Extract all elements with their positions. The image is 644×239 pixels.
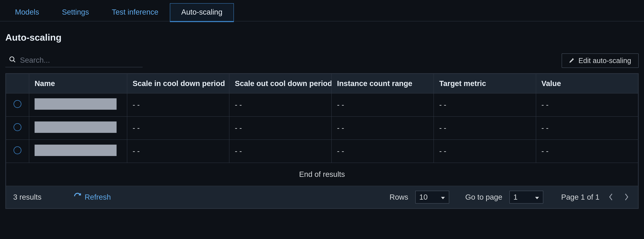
table-row: - - - - - - - - - - (6, 140, 638, 163)
cell-range: - - (332, 116, 434, 140)
name-redacted (34, 98, 116, 110)
end-of-results-row: End of results (6, 163, 638, 186)
cell-range: - - (332, 93, 434, 116)
table-container: Name Scale in cool down period Scale out… (5, 73, 639, 209)
chevron-left-icon (608, 199, 613, 202)
tab-bar: Models Settings Test inference Auto-scal… (0, 0, 644, 21)
search-input[interactable] (20, 56, 139, 64)
next-page-button[interactable] (622, 192, 631, 203)
tab-auto-scaling[interactable]: Auto-scaling (170, 3, 234, 21)
column-scale-in: Scale in cool down period (127, 74, 229, 93)
cell-value: - - (536, 93, 638, 116)
cell-scale-in: - - (127, 116, 229, 140)
column-scale-out: Scale out cool down period (229, 74, 331, 93)
cell-value: - - (536, 140, 638, 163)
cell-scale-out: - - (229, 140, 331, 163)
column-target-metric: Target metric (434, 74, 536, 93)
edit-auto-scaling-button[interactable]: Edit auto-scaling (562, 53, 639, 68)
caret-down-icon (440, 193, 445, 202)
pencil-icon (569, 57, 575, 65)
end-of-results-text: End of results (6, 163, 638, 186)
tab-models[interactable]: Models (4, 3, 50, 21)
cell-scale-out: - - (229, 93, 331, 116)
row-select-radio[interactable] (14, 100, 22, 108)
table-footer: 3 results Refresh Rows 10 Go to page 1 P… (6, 186, 638, 209)
row-select-radio[interactable] (14, 123, 22, 131)
caret-down-icon (535, 193, 539, 202)
row-select-radio[interactable] (14, 146, 22, 154)
cell-scale-in: - - (127, 93, 229, 116)
chevron-right-icon (624, 199, 629, 202)
edit-button-label: Edit auto-scaling (578, 57, 631, 65)
name-redacted (34, 121, 116, 133)
search-icon (9, 56, 16, 64)
search-box[interactable] (5, 54, 142, 67)
cell-value: - - (536, 116, 638, 140)
svg-point-0 (10, 57, 14, 61)
page-title: Auto-scaling (0, 32, 644, 53)
rows-per-page-select[interactable]: 10 (415, 191, 449, 204)
cell-metric: - - (434, 93, 536, 116)
refresh-label: Refresh (85, 193, 111, 202)
cell-scale-out: - - (229, 116, 331, 140)
table-row: - - - - - - - - - - (6, 93, 638, 116)
cell-range: - - (332, 140, 434, 163)
cell-metric: - - (434, 140, 536, 163)
name-redacted (34, 145, 116, 156)
column-select (6, 74, 29, 93)
svg-line-1 (13, 60, 15, 62)
column-instance-range: Instance count range (332, 74, 434, 93)
tab-settings[interactable]: Settings (50, 3, 100, 21)
rows-label: Rows (390, 193, 408, 202)
go-to-page-select[interactable]: 1 (510, 191, 543, 204)
column-name: Name (29, 74, 127, 93)
auto-scaling-table: Name Scale in cool down period Scale out… (6, 74, 638, 186)
rows-value: 10 (419, 193, 428, 202)
results-count: 3 results (13, 193, 42, 202)
svg-marker-3 (535, 197, 539, 199)
table-header-row: Name Scale in cool down period Scale out… (6, 74, 638, 93)
toolbar: Edit auto-scaling (0, 53, 644, 73)
tab-test-inference[interactable]: Test inference (100, 3, 170, 21)
cell-metric: - - (434, 116, 536, 140)
table-row: - - - - - - - - - - (6, 116, 638, 140)
column-value: Value (536, 74, 638, 93)
page-indicator: Page 1 of 1 (561, 193, 600, 202)
refresh-button[interactable]: Refresh (74, 192, 111, 202)
previous-page-button[interactable] (606, 192, 615, 203)
refresh-icon (74, 192, 82, 202)
svg-marker-2 (441, 197, 445, 199)
page-container: Models Settings Test inference Auto-scal… (0, 0, 644, 214)
cell-scale-in: - - (127, 140, 229, 163)
go-to-page-label: Go to page (465, 193, 502, 202)
go-to-page-value: 1 (513, 193, 518, 202)
